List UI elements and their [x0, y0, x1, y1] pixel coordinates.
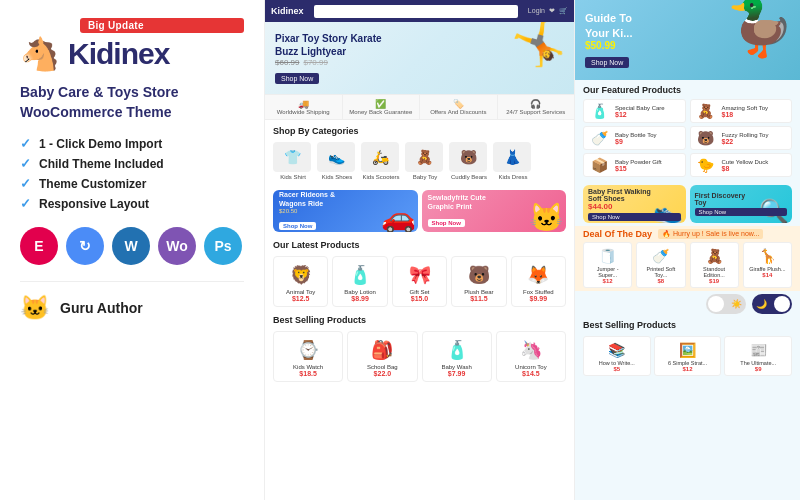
prod-img-3: 🎀: [397, 261, 442, 289]
feature-customizer: ✓ Theme Customizer: [20, 176, 244, 191]
product-card-4: 🐻 Plush Bear $11.5: [451, 256, 506, 307]
wordpress-icon: W: [112, 227, 150, 265]
logo-horse-icon: 🐴: [20, 35, 60, 73]
deal-prod-1: 🧻 Jumper - Super... $12: [583, 242, 632, 288]
fr-promo-row: Baby First WalkingSoft Shoes $44.00 Shop…: [575, 182, 800, 226]
deal-prod-3: 🧸 Standout Edition... $19: [690, 242, 739, 288]
cat-img-shirt: 👕: [273, 142, 311, 172]
shop-categories: Shop By Categories 👕 Kids Shirt 👟 Kids S…: [265, 120, 574, 186]
fr-feat-row-3: 📦 Baby Powder Gift $15 🐤 Cute Yellow Duc…: [583, 153, 792, 177]
fr-hero-price: $50.99: [585, 40, 632, 51]
category-kids-shirt: 👕 Kids Shirt: [273, 142, 313, 180]
promo-pink-title: Sewladyfritz CuteGraphic Print: [428, 193, 486, 211]
logo-text: Kidinex: [68, 37, 169, 71]
store-nav-search: [314, 5, 518, 18]
product-card-5: 🦊 Fox Stuffed $9.99: [511, 256, 566, 307]
promo-banner-blue: Racer Rideons &Wagons Ride $20.50 Shop N…: [273, 190, 418, 232]
deal-prod-2: 🍼 Printed Soft Toy... $8: [636, 242, 685, 288]
prod-img-2: 🧴: [337, 261, 382, 289]
woo-icon: Wo: [158, 227, 196, 265]
fr-hero-btn[interactable]: Shop Now: [585, 57, 629, 68]
store-hero-old-price: $60.99: [275, 58, 299, 67]
promo-blue-btn[interactable]: Shop Now: [279, 222, 316, 230]
fr-feat-item-6: 🐤 Cute Yellow Duck $8: [690, 153, 793, 177]
deal-timer: 🔥 Hurry up ! Sale is live now...: [658, 229, 763, 239]
feature-one-click: ✓ 1 - Click Demo Import: [20, 136, 244, 151]
fr-feat-row-1: 🧴 Special Baby Care $12 🧸 Amazing Soft T…: [583, 99, 792, 123]
cat-img-toy: 🧸: [405, 142, 443, 172]
prod-img-4: 🐻: [456, 261, 501, 289]
categories-title: Shop By Categories: [273, 126, 566, 136]
cat-img-bear: 🐻: [449, 142, 487, 172]
dark-mode-toggle[interactable]: 🌙: [752, 294, 792, 314]
promo-blue-char-icon: 🚗: [381, 201, 416, 232]
fr-bs-1: 📚 How to Write... $5: [583, 336, 651, 376]
category-baby-toy: 🧸 Baby Toy: [405, 142, 445, 180]
prod-img-5: 🦊: [516, 261, 561, 289]
product-card-1: 🦁 Animal Toy $12.5: [273, 256, 328, 307]
fr-hero-title2: Your Ki...: [585, 26, 632, 40]
store-nav: Kidinex Login ❤ 🛒: [265, 0, 574, 22]
bestselling-section-middle: Best Selling Products ⌚ Kids Watch $18.5…: [265, 311, 574, 386]
fr-hero: Guide To Your Ki... $50.99 Shop Now 🦆: [575, 0, 800, 80]
bs-card-1: ⌚ Kids Watch $18.5: [273, 331, 343, 382]
category-kids-dress: 👗 Kids Dress: [493, 142, 533, 180]
latest-products-title: Our Latest Products: [273, 240, 566, 250]
feature-label-1: 1 - Click Demo Import: [39, 137, 162, 151]
feature-label-2: Child Theme Included: [39, 157, 164, 171]
fr-bestselling: Best Selling Products 📚 How to Write... …: [575, 317, 800, 379]
tagline-line2: WooCommerce Theme: [20, 104, 171, 120]
deal-of-day-section: Deal Of The Day 🔥 Hurry up ! Sale is liv…: [575, 226, 800, 291]
big-update-badge: Big Update: [80, 18, 244, 33]
promo-pink-btn[interactable]: Shop Now: [428, 219, 465, 227]
deal-prod-4: 🦒 Giraffe Plush... $14: [743, 242, 792, 288]
fr-feat-item-4: 🐻 Fuzzy Rolling Toy $22: [690, 126, 793, 150]
fr-featured-products: Our Featured Products 🧴 Special Baby Car…: [575, 80, 800, 182]
left-panel: Big Update 🐴 Kidinex Baby Care & Toys St…: [0, 0, 265, 500]
light-knob: [708, 296, 724, 312]
photoshop-icon: Ps: [204, 227, 242, 265]
store-hero-character-icon: 🤸: [511, 22, 566, 69]
fr-promo-yellow-btn[interactable]: Shop Now: [588, 213, 681, 221]
tagline-line1: Baby Care & Toys Store: [20, 84, 178, 100]
store-hero-shop-btn[interactable]: Shop Now: [275, 73, 319, 84]
bs-card-3: 🧴 Baby Wash $7.99: [422, 331, 492, 382]
fr-promo-teal-btn[interactable]: Shop Now: [695, 208, 788, 216]
store-hero-title-line2: Buzz Lightyear: [275, 45, 382, 58]
promo-blue-title: Racer Rideons &Wagons Ride: [279, 190, 335, 208]
check-icon-2: ✓: [20, 156, 31, 171]
fr-bs-2: 🖼️ 6 Simple Strat... $12: [654, 336, 722, 376]
feature-label-4: Responsive Layout: [39, 197, 149, 211]
deal-title: Deal Of The Day: [583, 229, 652, 239]
fr-bestselling-title: Best Selling Products: [583, 320, 792, 330]
store-features-bar: 🚚 Worldwide Shipping ✅ Money Back Guaran…: [265, 94, 574, 120]
category-kids-shoes: 👟 Kids Shoes: [317, 142, 357, 180]
store-feat-shipping: 🚚 Worldwide Shipping: [265, 95, 343, 119]
store-hero-title-line1: Pixar Toy Story Karate: [275, 32, 382, 45]
store-hero-strike-price: $70.99: [303, 58, 327, 67]
author-name: Guru Author: [60, 300, 143, 316]
far-right-panel: Guide To Your Ki... $50.99 Shop Now 🦆 Ou…: [575, 0, 800, 500]
store-hero-banner: Pixar Toy Story Karate Buzz Lightyear $6…: [265, 22, 574, 94]
latest-products-grid: 🦁 Animal Toy $12.5 🧴 Baby Lotion $8.99 🎀…: [273, 256, 566, 307]
category-cuddly-bears: 🐻 Cuddly Bears: [449, 142, 489, 180]
moon-icon: 🌙: [756, 299, 767, 309]
promo-blue-price: $20.50: [279, 208, 335, 214]
product-card-3: 🎀 Gift Set $15.0: [392, 256, 447, 307]
light-mode-toggle[interactable]: ☀️: [706, 294, 746, 314]
cat-img-shoes: 👟: [317, 142, 355, 172]
refresh-icon: ↻: [66, 227, 104, 265]
cat-img-dress: 👗: [493, 142, 531, 172]
author-avatar-icon: 🐱: [20, 294, 50, 322]
product-card-2: 🧴 Baby Lotion $8.99: [332, 256, 387, 307]
deal-products-grid: 🧻 Jumper - Super... $12 🍼 Printed Soft T…: [583, 242, 792, 288]
fr-featured-title: Our Featured Products: [583, 85, 792, 95]
store-nav-logo: Kidinex: [271, 6, 304, 16]
fr-promo-teal: First DiscoveryToy Shop Now 🔍: [690, 185, 793, 223]
promo-banner-pink: Sewladyfritz CuteGraphic Print Shop Now …: [422, 190, 567, 232]
bestselling-title-middle: Best Selling Products: [273, 315, 566, 325]
fr-promo-yellow: Baby First WalkingSoft Shoes $44.00 Shop…: [583, 185, 686, 223]
fr-hero-text: Guide To Your Ki... $50.99 Shop Now: [585, 11, 632, 69]
fr-feat-item-3: 🍼 Baby Bottle Toy $9: [583, 126, 686, 150]
fr-feat-item-5: 📦 Baby Powder Gift $15: [583, 153, 686, 177]
